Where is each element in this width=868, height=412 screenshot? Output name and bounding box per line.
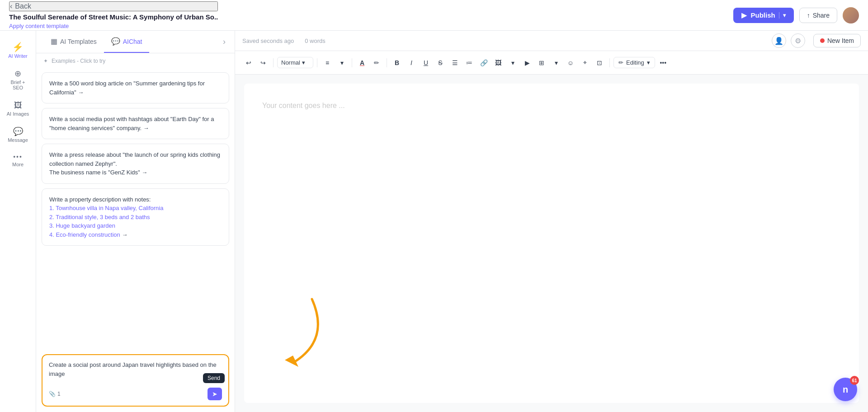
main-layout: ⚡ AI Writer ⊕ Brief + SEO 🖼 AI Images 💬 …	[0, 31, 868, 412]
format-dropdown-icon: ▾	[302, 59, 305, 66]
image-dropdown-button[interactable]: ▾	[506, 56, 519, 69]
publish-label: Publish	[750, 11, 775, 19]
ai-panel: ▦ AI Templates 💬 AIChat › ✦ Examples - C…	[36, 31, 235, 412]
tab-ai-chat[interactable]: 💬 AIChat	[104, 31, 150, 53]
tab-ai-templates[interactable]: ▦ AI Templates	[43, 31, 104, 53]
redo-button[interactable]: ↪	[257, 56, 269, 69]
share-icon: ↑	[807, 12, 810, 19]
bullet-list-button[interactable]: ☰	[448, 56, 461, 69]
undo-button[interactable]: ↩	[242, 56, 255, 69]
template-text: Write a property description with notes:…	[49, 195, 222, 239]
table-dropdown-button[interactable]: ▾	[550, 56, 562, 69]
back-label: Back	[15, 2, 31, 10]
list-item[interactable]: Write a property description with notes:…	[42, 188, 229, 246]
toolbar-divider-3	[352, 58, 352, 67]
examples-label: Examples - Click to try	[52, 58, 105, 64]
ai-images-icon: 🖼	[14, 101, 22, 109]
new-item-label: New Item	[827, 37, 854, 44]
avatar-image	[843, 7, 859, 23]
template-text: Write a press release about "the launch …	[49, 151, 220, 176]
ordered-list-button[interactable]: ≔	[463, 56, 476, 69]
strikethrough-button[interactable]: S	[434, 56, 447, 69]
bold-button[interactable]: B	[391, 56, 403, 69]
publish-play-icon: ▶	[741, 11, 747, 19]
play-button[interactable]: ▶	[521, 56, 533, 69]
underline-button[interactable]: U	[420, 56, 432, 69]
sidebar-label-brief-seo: Brief + SEO	[6, 80, 30, 90]
editing-pencil-icon: ✏	[618, 59, 623, 66]
word-count: 0 words	[305, 37, 326, 44]
gear-icon: ⚙	[795, 37, 801, 45]
ai-chat-icon: 💬	[111, 37, 120, 46]
send-button[interactable]: ➤	[208, 388, 222, 400]
panel-collapse-button[interactable]: ›	[221, 35, 227, 48]
format-label: Normal	[281, 59, 300, 66]
align-button[interactable]: ≡	[321, 56, 334, 69]
back-arrow-icon: ‹	[10, 2, 12, 10]
publish-button[interactable]: ▶ Publish ▾	[733, 8, 793, 23]
toolbar-divider-1	[273, 58, 274, 67]
chat-badge: 61	[850, 376, 859, 385]
list-item[interactable]: Write a social media post with hashtags …	[42, 108, 229, 139]
ai-templates-icon: ▦	[51, 37, 57, 46]
ai-panel-header: ▦ AI Templates 💬 AIChat ›	[36, 31, 235, 53]
tooltip-label: Send	[208, 375, 220, 381]
sidebar-item-ai-writer[interactable]: ⚡ AI Writer	[3, 38, 33, 63]
chat-support-button[interactable]: n 61	[834, 378, 857, 401]
more-options-button[interactable]: •••	[657, 56, 670, 69]
back-button[interactable]: ‹ Back	[9, 1, 218, 11]
link-button[interactable]: 🔗	[477, 56, 490, 69]
more-icon: •••	[13, 154, 23, 160]
left-sidebar: ⚡ AI Writer ⊕ Brief + SEO 🖼 AI Images 💬 …	[0, 31, 36, 412]
settings-button[interactable]: ⚙	[791, 33, 805, 48]
text-color-button[interactable]: A	[356, 56, 368, 69]
lightning-icon: ⚡	[12, 42, 24, 52]
toolbar-right-icons: 👤 ⚙ New Item	[772, 33, 861, 48]
toolbar-divider-2	[317, 58, 317, 67]
template-list: Write a 500 word blog article on "Summer…	[36, 69, 235, 351]
special-char-button[interactable]: ⌖	[579, 56, 591, 69]
table-button[interactable]: ⊞	[535, 56, 548, 69]
new-item-dot	[820, 38, 825, 43]
avatar[interactable]	[843, 7, 859, 23]
italic-button[interactable]: I	[405, 56, 418, 69]
sidebar-item-ai-images[interactable]: 🖼 AI Images	[3, 97, 33, 121]
paperclip-icon: 📎	[49, 391, 56, 397]
ai-panel-tabs: ▦ AI Templates 💬 AIChat	[43, 31, 149, 53]
image-button[interactable]: 🖼	[492, 56, 505, 69]
indent-button[interactable]: ⊡	[593, 56, 606, 69]
apply-template-link[interactable]: Apply content template	[9, 23, 218, 29]
editor-status-bar: Saved seconds ago 0 words	[242, 37, 331, 44]
highlight-button[interactable]: ✏	[370, 56, 383, 69]
ai-chat-label: AIChat	[123, 38, 142, 45]
share-button[interactable]: ↑ Share	[799, 8, 837, 23]
sidebar-item-brief-seo[interactable]: ⊕ Brief + SEO	[3, 65, 33, 95]
publish-dropdown-icon: ▾	[779, 12, 786, 19]
format-select[interactable]: Normal ▾	[277, 57, 313, 68]
list-item[interactable]: Write a press release about "the launch …	[42, 144, 229, 184]
align-dropdown-button[interactable]: ▾	[335, 56, 348, 69]
chat-input-box: Create a social post around Japan travel…	[42, 354, 229, 407]
list-item[interactable]: Write a 500 word blog article on "Summer…	[42, 72, 229, 103]
sidebar-label-ai-writer: AI Writer	[8, 53, 28, 59]
chat-input-field[interactable]: Create a social post around Japan travel…	[49, 360, 222, 383]
person-icon: 👤	[774, 37, 783, 45]
input-area: Create a social post around Japan travel…	[36, 351, 235, 412]
editor-content[interactable]: Your content goes here ...	[244, 84, 859, 403]
template-text: Write a 500 word blog article on "Summer…	[49, 80, 205, 96]
sidebar-item-message[interactable]: 💬 Message	[3, 123, 33, 147]
send-tooltip-wrapper: Send ➤	[208, 388, 222, 400]
chat-support-icon: n	[843, 384, 848, 395]
brief-seo-icon: ⊕	[14, 70, 21, 78]
sidebar-item-more[interactable]: ••• More	[3, 149, 33, 172]
message-icon: 💬	[13, 127, 23, 136]
send-area: Send ➤	[208, 388, 222, 400]
new-item-button[interactable]: New Item	[813, 34, 861, 47]
top-header: ‹ Back The Soulful Serenade of Street Mu…	[0, 0, 868, 31]
emoji-button[interactable]: ☺	[564, 56, 577, 69]
examples-header: ✦ Examples - Click to try	[36, 53, 235, 69]
collaborators-button[interactable]: 👤	[772, 33, 786, 48]
send-tooltip: Send	[203, 373, 225, 383]
template-text: Write a social media post with hashtags …	[49, 116, 214, 131]
editing-indicator[interactable]: ✏ Editing ▾	[613, 57, 655, 68]
